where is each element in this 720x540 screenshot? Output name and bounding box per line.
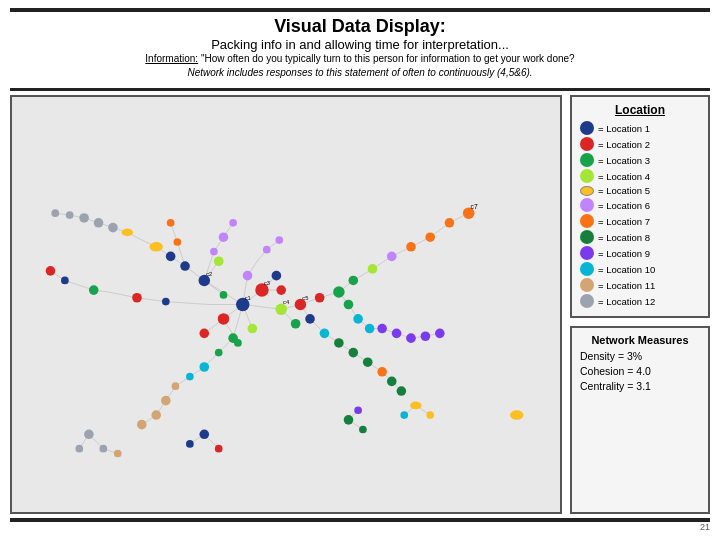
cohesion-measure: Cohesion = 4.0 (580, 365, 700, 377)
legend-title: Location (580, 103, 700, 117)
measures-box: Network Measures Density = 3% Cohesion =… (570, 326, 710, 514)
title-section: Visual Data Display: Packing info in and… (10, 16, 710, 80)
svg-text:c3: c3 (264, 280, 270, 286)
svg-point-93 (305, 314, 315, 324)
location-11-color (580, 278, 594, 292)
info-label: Information: (145, 53, 198, 64)
list-item: = Location 6 (580, 198, 700, 212)
svg-point-152 (84, 429, 94, 439)
list-item: = Location 8 (580, 230, 700, 244)
svg-point-148 (61, 277, 69, 285)
svg-point-102 (291, 319, 301, 329)
list-item: = Location 12 (580, 294, 700, 308)
svg-point-100 (348, 276, 358, 286)
legend-label: = Location 2 (598, 139, 650, 150)
legend-label: = Location 11 (598, 280, 655, 291)
svg-point-110 (122, 229, 134, 237)
svg-point-133 (365, 324, 375, 334)
svg-point-130 (406, 333, 416, 343)
legend-label: = Location 9 (598, 248, 650, 259)
legend-label: = Location 12 (598, 296, 655, 307)
legend-label: = Location 7 (598, 216, 650, 227)
svg-point-157 (215, 445, 223, 453)
svg-point-160 (359, 426, 367, 434)
svg-point-141 (172, 382, 180, 390)
svg-point-106 (248, 324, 258, 334)
svg-point-150 (132, 293, 142, 303)
svg-point-167 (167, 219, 175, 227)
measures-title: Network Measures (580, 334, 700, 346)
location-10-color (580, 262, 594, 276)
legend-label: = Location 5 (598, 185, 650, 196)
top-border (10, 8, 710, 12)
location-6-color (580, 198, 594, 212)
svg-point-90 (180, 261, 190, 271)
subtitle: Packing info in and allowing time for in… (10, 37, 710, 52)
svg-point-132 (435, 329, 445, 339)
page-number: 21 (10, 522, 710, 532)
svg-text:c5: c5 (302, 295, 308, 301)
section-divider (10, 88, 710, 91)
svg-point-143 (79, 213, 89, 223)
list-item: = Location 10 (580, 262, 700, 276)
list-item: = Location 5 (580, 185, 700, 196)
svg-point-119 (425, 232, 435, 242)
svg-point-126 (397, 386, 407, 396)
legend-label: = Location 10 (598, 264, 655, 275)
svg-point-131 (421, 331, 431, 341)
list-item: = Location 7 (580, 214, 700, 228)
svg-point-122 (377, 367, 387, 377)
centrality-measure: Centrality = 3.1 (580, 380, 700, 392)
svg-point-158 (186, 440, 194, 448)
content-area: c1 c2 c3 c4 c5 c7 Location = Location 1 (10, 95, 710, 514)
svg-point-170 (234, 339, 242, 347)
svg-point-140 (137, 420, 147, 430)
svg-point-145 (51, 209, 59, 217)
legend-label: = Location 8 (598, 232, 650, 243)
list-item: = Location 1 (580, 121, 700, 135)
svg-point-134 (353, 314, 363, 324)
location-7-color (580, 214, 594, 228)
svg-point-129 (392, 329, 402, 339)
svg-point-156 (199, 429, 209, 439)
svg-point-159 (344, 415, 354, 425)
svg-point-114 (243, 271, 253, 281)
info-text: Information: "How often do you typically… (10, 52, 710, 80)
location-1-color (580, 121, 594, 135)
info-body: "How often do you typically turn to this… (201, 53, 575, 64)
svg-point-154 (75, 445, 83, 453)
svg-point-149 (89, 285, 99, 295)
svg-point-166 (174, 238, 182, 246)
right-panel: Location = Location 1 = Location 2 = Loc… (570, 95, 710, 514)
svg-point-96 (315, 293, 325, 303)
svg-point-107 (214, 256, 224, 266)
svg-point-138 (161, 396, 171, 406)
svg-point-136 (199, 362, 209, 372)
svg-point-115 (263, 246, 271, 254)
svg-point-163 (400, 411, 408, 419)
svg-point-169 (220, 291, 228, 299)
legend-label: = Location 4 (598, 171, 650, 182)
list-item: = Location 9 (580, 246, 700, 260)
svg-point-162 (426, 411, 434, 419)
list-item: = Location 3 (580, 153, 700, 167)
svg-point-124 (363, 357, 373, 367)
svg-text:c4: c4 (283, 300, 290, 306)
svg-point-144 (66, 211, 74, 219)
location-9-color (580, 246, 594, 260)
list-item: = Location 4 (580, 169, 700, 183)
page: Visual Data Display: Packing info in and… (0, 0, 720, 540)
svg-point-161 (354, 406, 362, 414)
svg-point-118 (406, 242, 416, 252)
info-text2: Network includes responses to this state… (187, 67, 532, 78)
svg-point-92 (272, 271, 282, 281)
svg-point-146 (108, 223, 118, 233)
svg-point-99 (333, 286, 345, 298)
svg-point-91 (166, 252, 176, 262)
density-measure: Density = 3% (580, 350, 700, 362)
network-graph: c1 c2 c3 c4 c5 c7 (12, 97, 560, 512)
location-4-color (580, 169, 594, 183)
svg-point-112 (410, 402, 422, 410)
svg-point-98 (199, 329, 209, 339)
svg-point-101 (344, 300, 354, 310)
